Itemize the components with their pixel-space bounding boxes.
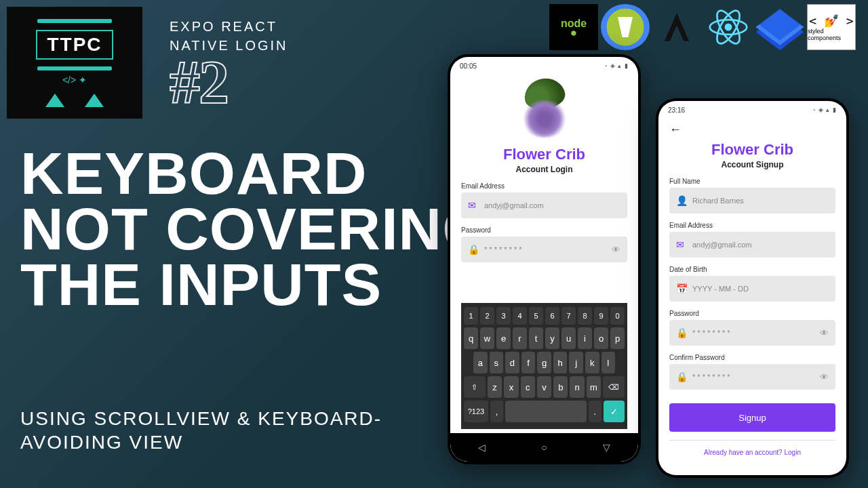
key-m[interactable]: m [587,376,601,398]
password-value: * * * * * * * * [692,329,814,337]
nav-recent-icon[interactable]: ▽ [603,442,610,453]
key-r[interactable]: r [513,327,527,349]
phone-mock-signup: 23:16 ▫ ◈ ▴ ▮ ← Flower Crib Account Sign… [656,98,849,478]
tech-stack-row: node⬢ < 💅 > styled components [549,4,856,50]
backspace-key[interactable]: ⌫ [603,376,625,398]
key-a[interactable]: a [473,352,488,373]
login-link-text: Already have an account? Login [669,449,835,456]
symbols-key[interactable]: ?123 [464,401,488,422]
key-t[interactable]: t [529,327,543,349]
eye-off-icon[interactable]: 👁 [820,328,829,338]
key-d[interactable]: d [505,352,519,373]
logo-bar-bot [37,66,112,70]
key-e[interactable]: e [496,327,511,349]
key-n[interactable]: n [570,376,584,398]
confirm-field[interactable]: 🔒 * * * * * * * * 👁 [669,364,835,390]
confirm-value: * * * * * * * * [692,373,814,381]
mail-icon: ✉ [468,200,479,211]
key-i[interactable]: i [578,327,592,349]
key-f[interactable]: f [521,352,536,373]
status-bar: 23:16 ▫ ◈ ▴ ▮ [658,101,846,119]
key-x[interactable]: x [504,376,518,398]
signup-button[interactable]: Signup [669,403,835,432]
enter-key[interactable]: ✓ [604,401,625,422]
key-9[interactable]: 9 [594,307,608,325]
key-b[interactable]: b [553,376,568,398]
eye-off-icon[interactable]: 👁 [612,245,620,255]
key-k[interactable]: k [585,352,599,373]
lock-icon: 🔒 [676,371,687,382]
key-7[interactable]: 7 [561,307,576,325]
episode-number: #2 [170,47,228,117]
key-5[interactable]: 5 [529,307,543,325]
logo-bar-top [37,19,112,23]
app-title: Flower Crib [669,141,835,159]
key-w[interactable]: w [480,327,494,349]
password-value: * * * * * * * * [484,245,606,253]
key-z[interactable]: z [488,376,502,398]
status-time: 23:16 [668,106,685,114]
nodejs-icon: node⬢ [549,4,598,50]
confirm-label: Confirm Password [669,354,835,361]
app-subtitle: Account Signup [669,160,835,169]
shift-key[interactable]: ⇧ [464,376,486,398]
key-o[interactable]: o [594,327,608,349]
app-logo-image [504,79,585,143]
email-field[interactable]: ✉ andyj@gmail.com [461,192,627,218]
calendar-icon: 📅 [676,283,687,294]
email-label: Email Address [669,222,835,229]
key-j[interactable]: j [569,352,583,373]
react-icon [704,4,753,50]
eye-off-icon[interactable]: 👁 [820,372,829,382]
key-3[interactable]: 3 [496,307,511,325]
key-6[interactable]: 6 [545,307,559,325]
key-g[interactable]: g [537,352,551,373]
key-v[interactable]: v [537,376,551,398]
dob-field[interactable]: 📅 YYYY - MM - DD [669,276,835,302]
android-studio-icon [601,4,650,50]
key-h[interactable]: h [553,352,568,373]
key-8[interactable]: 8 [578,307,592,325]
brand-logo: TTPC </> ✦ [7,7,142,119]
space-key[interactable] [505,401,587,422]
email-value: andyj@gmail.com [692,241,829,249]
soft-keyboard: 1234567890 qwertyuiop asdfghjkl ⇧ zxcvbn… [461,303,627,429]
status-time: 00:05 [460,62,477,70]
triangle-icon [45,94,64,107]
dob-value: YYYY - MM - DD [692,285,829,293]
mail-icon: ✉ [676,239,687,250]
back-arrow-icon[interactable]: ← [669,123,835,137]
nav-home-icon[interactable]: ○ [541,442,547,453]
period-key[interactable]: . [589,401,601,422]
fullname-label: Full Name [669,178,835,185]
key-p[interactable]: p [610,327,625,349]
password-label: Password [669,310,835,317]
status-bar: 00:05 ▫ ◈ ▴ ▮ [450,57,638,75]
password-field[interactable]: 🔒 * * * * * * * * 👁 [669,320,835,346]
status-icons: ▫ ◈ ▴ ▮ [813,106,837,113]
fullname-value: Richard Barnes [692,197,829,205]
login-link[interactable]: Login [784,449,800,456]
key-y[interactable]: y [545,327,559,349]
key-c[interactable]: c [521,376,535,398]
email-field[interactable]: ✉ andyj@gmail.com [669,232,835,258]
password-field[interactable]: 🔒 * * * * * * * * 👁 [461,237,627,262]
key-2[interactable]: 2 [480,307,494,325]
key-s[interactable]: s [490,352,504,373]
key-u[interactable]: u [561,327,576,349]
fullname-field[interactable]: 👤 Richard Barnes [669,188,835,214]
cube-icon [755,4,804,50]
key-l[interactable]: l [601,352,616,373]
key-q[interactable]: q [464,327,478,349]
logo-triangles [45,94,104,107]
dob-label: Date of Birth [669,266,835,273]
android-navbar: ◁ ○ ▽ [450,433,638,462]
email-label: Email Address [461,182,627,190]
key-0[interactable]: 0 [610,307,625,325]
logo-text: TTPC [36,30,113,60]
key-4[interactable]: 4 [513,307,527,325]
nav-back-icon[interactable]: ◁ [478,442,486,453]
logo-small-icons: </> ✦ [62,75,87,85]
key-1[interactable]: 1 [464,307,478,325]
comma-key[interactable]: , [490,401,503,422]
